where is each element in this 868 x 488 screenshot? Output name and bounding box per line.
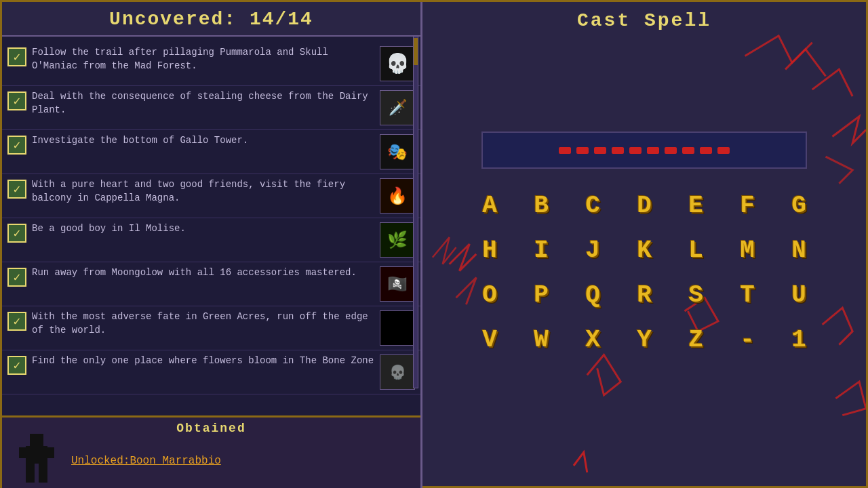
quest-image-8	[380, 354, 415, 390]
quest-text-8: Find the only one place where flowers bl…	[32, 354, 374, 368]
key-g[interactable]: G	[775, 185, 823, 226]
key-z[interactable]: Z	[672, 319, 719, 360]
unlock-text-container: Unlocked:Boon Marrabbio	[71, 441, 221, 467]
quest-checkbox-3[interactable]	[7, 136, 26, 155]
uncovered-title: Uncovered: 14/14	[2, 9, 420, 30]
key-j[interactable]: J	[569, 230, 616, 270]
quest-text-5: Be a good boy in Il Molise.	[32, 222, 374, 236]
main-container: Uncovered: 14/14 Follow the trail after …	[0, 0, 868, 488]
key-label-g: G	[791, 192, 806, 220]
key-o[interactable]: O	[466, 274, 513, 315]
quest-image-6	[380, 266, 415, 302]
key-label-w: W	[534, 326, 549, 354]
key-label-q: Q	[585, 281, 600, 309]
key-label-e: E	[688, 192, 703, 220]
quest-item-1: Follow the trail after pillaging Pummaro…	[2, 42, 420, 86]
key-label-b: B	[534, 192, 549, 220]
quest-image-3	[380, 134, 415, 169]
key-p[interactable]: P	[517, 274, 565, 315]
cast-spell-title: Cast Spell	[577, 10, 711, 31]
quest-image-1	[380, 46, 415, 81]
quest-item-6: Run away from Moongolow with all 16 acce…	[2, 262, 420, 306]
key-label-t: T	[740, 281, 755, 309]
spell-dot-1	[576, 147, 589, 154]
svg-rect-5	[39, 464, 47, 483]
key-label-h: H	[482, 237, 497, 264]
quest-checkbox-4[interactable]	[7, 180, 26, 199]
svg-rect-1	[26, 446, 47, 464]
key-label-p: P	[534, 281, 549, 309]
key-a[interactable]: A	[466, 185, 513, 226]
quest-image-2	[380, 90, 415, 125]
key-b[interactable]: B	[517, 185, 565, 226]
key-c[interactable]: C	[569, 185, 616, 226]
quest-text-3: Investigate the bottom of Gallo Tower.	[32, 134, 374, 148]
quest-checkbox-1[interactable]	[7, 47, 26, 66]
quest-item-4: With a pure heart and two good friends, …	[2, 174, 420, 218]
key-e[interactable]: E	[672, 185, 719, 226]
spell-dot-0	[559, 147, 571, 154]
key-x[interactable]: X	[569, 319, 616, 360]
spell-dot-4	[629, 147, 642, 154]
key-1[interactable]: 1	[775, 319, 823, 360]
key-f[interactable]: F	[724, 185, 771, 226]
key--[interactable]: -	[724, 319, 771, 360]
quest-text-1: Follow the trail after pillaging Pummaro…	[32, 46, 374, 73]
key-l[interactable]: L	[672, 230, 719, 270]
quest-item-2: Deal with the consequence of stealing ch…	[2, 86, 420, 130]
key-y[interactable]: Y	[620, 319, 668, 360]
quest-checkbox-2[interactable]	[7, 92, 26, 110]
svg-rect-3	[47, 447, 54, 458]
quest-item-3: Investigate the bottom of Gallo Tower.	[2, 130, 420, 174]
key-v[interactable]: V	[466, 319, 513, 360]
spell-dot-8	[700, 147, 712, 154]
key-s[interactable]: S	[672, 274, 719, 315]
key-w[interactable]: W	[517, 319, 565, 360]
unlock-text: Unlocked:Boon Marrabbio	[71, 455, 221, 467]
scroll-thumb[interactable]	[414, 38, 418, 65]
key-d[interactable]: D	[620, 185, 668, 226]
quest-text-6: Run away from Moongolow with all 16 acce…	[32, 266, 374, 280]
key-label-a: A	[482, 192, 497, 220]
quest-text-7: With the most adverse fate in Green Acre…	[32, 310, 374, 337]
quest-checkbox-7[interactable]	[7, 312, 26, 331]
spell-dot-6	[665, 147, 677, 154]
quest-image-7	[380, 310, 415, 346]
key-r[interactable]: R	[620, 274, 668, 315]
spell-dot-7	[682, 147, 694, 154]
key-i[interactable]: I	[517, 230, 565, 270]
key-n[interactable]: N	[775, 230, 823, 270]
quest-item-5: Be a good boy in Il Molise.	[2, 218, 420, 262]
quest-checkbox-5[interactable]	[7, 224, 26, 243]
key-label-r: R	[637, 281, 652, 309]
quest-image-4	[380, 178, 415, 214]
spell-dot-3	[612, 147, 624, 154]
key-label-j: J	[585, 237, 600, 264]
svg-rect-2	[19, 447, 26, 458]
spell-input-area[interactable]	[481, 131, 807, 169]
key-label-s: S	[688, 281, 703, 309]
key-label-k: K	[637, 237, 652, 264]
key-label-d: D	[637, 192, 652, 220]
spell-dot-2	[594, 147, 606, 154]
key-k[interactable]: K	[620, 230, 668, 270]
key-h[interactable]: H	[466, 230, 513, 270]
key-u[interactable]: U	[775, 274, 823, 315]
quest-image-5	[380, 222, 415, 258]
quest-checkbox-6[interactable]	[7, 268, 26, 287]
title-bar: Uncovered: 14/14	[2, 2, 420, 37]
svg-rect-0	[30, 434, 43, 446]
key-label-l: L	[688, 237, 703, 264]
spell-dot-9	[717, 147, 730, 154]
quest-text-4: With a pure heart and two good friends, …	[32, 178, 374, 205]
quest-checkbox-8[interactable]	[7, 356, 26, 375]
character-silhouette	[16, 432, 57, 487]
obtained-label: Obtained	[176, 422, 245, 435]
key-label-f: F	[740, 192, 755, 220]
key-q[interactable]: Q	[569, 274, 616, 315]
key-label-x: X	[585, 326, 600, 354]
key-t[interactable]: T	[724, 274, 771, 315]
key-label-z: Z	[688, 326, 703, 354]
scrollbar[interactable]	[413, 36, 418, 388]
key-m[interactable]: M	[724, 230, 771, 270]
